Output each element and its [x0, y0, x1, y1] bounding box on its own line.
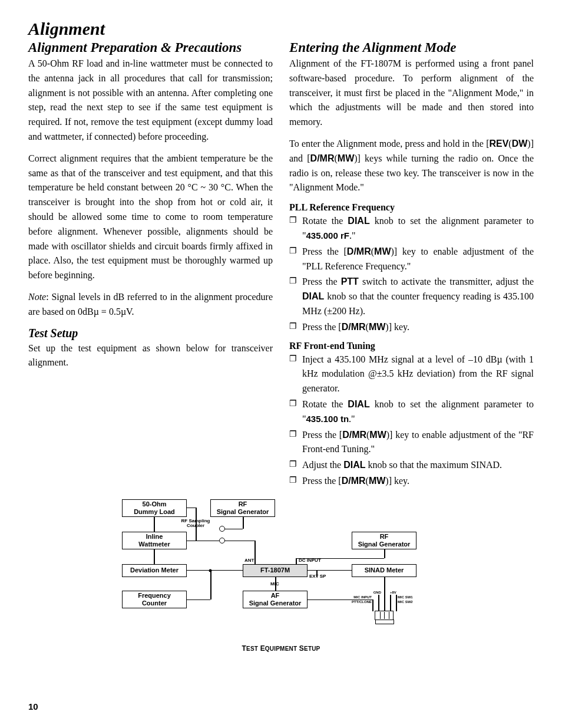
mic-connector-icon: [375, 611, 394, 620]
list-item: Press the [D/MR(MW)] key.: [289, 474, 534, 489]
para-enter-2: To enter the Alignment mode, press and h…: [289, 137, 534, 195]
para-test-setup: Set up the test equipment as shown below…: [28, 341, 273, 371]
heading-enter-mode: Entering the Alignment Mode: [289, 40, 534, 55]
label-dc-input: DC INPUT: [299, 558, 321, 563]
box-af-gen: AFSignal Generator: [243, 591, 308, 608]
label-mic-sw1: MIC SW1: [398, 595, 413, 599]
para-prep-2: Correct alignment requires that the ambi…: [28, 151, 273, 283]
label-mic-sw2: MIC SW2: [398, 600, 413, 604]
list-item: Press the [D/MR(MW)] key to enable adjus…: [289, 428, 534, 457]
list-rf: Inject a 435.100 MHz signal at a level o…: [289, 353, 534, 489]
label-mic-input: MIC INPUT: [351, 595, 372, 599]
right-column: Entering the Alignment Mode Alignment of…: [289, 40, 534, 495]
box-rf-gen-right: RFSignal Generator: [352, 532, 416, 549]
list-item: Press the [D/MR(MW)] key.: [289, 320, 534, 335]
box-ft1807m: FT-1807M: [243, 564, 308, 577]
note-label: Note: [28, 292, 46, 302]
label-ant: ANT: [244, 558, 254, 563]
left-column: Alignment Preparation & Precautions A 50…: [28, 40, 273, 495]
page-title: Alignment: [28, 19, 534, 39]
box-dummy-load: 50-OhmDummy Load: [122, 499, 187, 517]
list-item: Rotate the DIAL knob to set the alignmen…: [289, 214, 534, 243]
heading-test-setup: Test Setup: [28, 327, 273, 340]
list-item: Press the PTT switch to activate the tra…: [289, 275, 534, 318]
subhead-pll: PLL Reference Frequency: [289, 202, 534, 213]
list-item: Adjust the DIAL knob so that the maximum…: [289, 458, 534, 473]
box-sinad-meter: SINAD Meter: [352, 564, 416, 577]
para-prep-1: A 50-Ohm RF load and in-line wattmeter m…: [28, 57, 273, 144]
box-inline-wattmeter: InlineWattmeter: [122, 532, 187, 549]
list-pll: Rotate the DIAL knob to set the alignmen…: [289, 214, 534, 334]
test-equipment-diagram: 50-OhmDummy Load RFSignal Generator RF S…: [116, 499, 446, 653]
heading-prep: Alignment Preparation & Precautions: [28, 40, 273, 55]
para-note: Note: Signal levels in dB referred to in…: [28, 290, 273, 319]
label-8v: +8V: [390, 591, 396, 594]
box-deviation-meter: Deviation Meter: [122, 564, 187, 577]
list-item: Inject a 435.100 MHz signal at a level o…: [289, 353, 534, 396]
label-mic: MIC: [270, 582, 279, 587]
label-ptt-clone: PTT/CLONE: [348, 600, 372, 604]
note-text: : Signal levels in dB referred to in the…: [28, 292, 273, 317]
subhead-rf: RF Front-end Tuning: [289, 341, 534, 351]
label-ext-sp: EXT SP: [309, 574, 326, 579]
box-rf-gen-top: RFSignal Generator: [210, 499, 275, 517]
label-gnd: GND: [369, 591, 381, 594]
diagram-caption: TEST EQUIPMENT SETUP: [116, 644, 446, 653]
para-enter-1: Alignment of the FT-1807M is performed u…: [289, 57, 534, 130]
list-item: Rotate the DIAL knob to set the alignmen…: [289, 397, 534, 427]
page-number: 10: [28, 701, 38, 711]
box-freq-counter: FrequencyCounter: [122, 591, 187, 608]
list-item: Press the [D/MR(MW)] key to enable adjus…: [289, 245, 534, 274]
